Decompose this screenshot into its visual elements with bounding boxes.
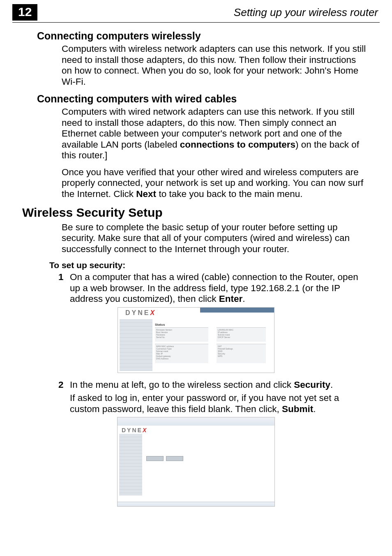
content-area: Status Firmware VersionBoot VersionHardw… xyxy=(155,320,272,370)
info-text: Firmware VersionBoot VersionHardwareSeri… xyxy=(155,328,208,339)
step-body: In the menu at left, go to the wireless … xyxy=(70,380,367,391)
info-block: Firmware VersionBoot VersionHardwareSeri… xyxy=(155,327,208,342)
info-block: NATFirewall SettingsSSIDSecurityWPS xyxy=(217,344,266,363)
text: . xyxy=(330,380,333,390)
bold-text-enter: Enter xyxy=(219,294,243,304)
info-block: WAN MAC addressConnection TypeSubnet mas… xyxy=(155,344,208,363)
text: In the menu at left, go to the wireless … xyxy=(70,380,294,390)
screenshot-router-login-page: DYNEX xyxy=(117,417,275,507)
dynex-logo: DYNEX xyxy=(125,309,156,317)
step-number: 2 xyxy=(58,380,70,391)
step-2: 2 In the menu at left, go to the wireles… xyxy=(58,380,367,391)
text: . xyxy=(242,294,245,304)
text: On a computer that has a wired (cable) c… xyxy=(70,272,358,304)
step-body: On a computer that has a wired (cable) c… xyxy=(70,272,367,305)
bold-text-connections: connections to computers xyxy=(180,139,295,150)
step-2-continued: If asked to log in, enter your password … xyxy=(70,393,367,415)
logo-text: DYNE xyxy=(122,427,143,433)
bold-text-security: Security xyxy=(294,380,330,390)
dynex-logo: DYNEX xyxy=(122,427,148,433)
button-row xyxy=(146,455,184,463)
paragraph-wired-1: Computers with wired network adapters ca… xyxy=(62,107,367,161)
text: . xyxy=(313,404,316,414)
screenshot-router-status-page: DYNEX Status Firmware VersionBoot Versio… xyxy=(118,307,274,373)
heading-connecting-wirelessly: Connecting computers wirelessly xyxy=(37,30,380,42)
sidebar-nav xyxy=(119,434,142,496)
text: to take you back to the main menu. xyxy=(156,189,302,199)
page-header: 12 Setting up your wireless router xyxy=(12,4,380,23)
button xyxy=(146,456,164,461)
browser-chrome xyxy=(118,417,274,426)
paragraph-wireless: Computers with wireless network adapters… xyxy=(62,44,367,87)
logo-text: DYNE xyxy=(125,309,150,316)
info-block: LAN/WLAN MACIP addressSubnet maskDHCP Se… xyxy=(217,327,266,342)
heading-connecting-wired: Connecting computers with wired cables xyxy=(37,93,380,105)
browser-status-bar xyxy=(118,502,274,506)
step-number: 1 xyxy=(58,272,70,305)
top-bar xyxy=(200,308,274,313)
sidebar-nav xyxy=(120,319,152,371)
page-number: 12 xyxy=(12,4,37,21)
info-text: NATFirewall SettingsSSIDSecurityWPS xyxy=(217,344,266,358)
page-body: DYNEX xyxy=(118,426,274,502)
info-text: LAN/WLAN MACIP addressSubnet maskDHCP Se… xyxy=(217,328,266,339)
logo-x: X xyxy=(143,427,148,433)
logo-x: X xyxy=(150,309,156,316)
paragraph-security-intro: Be sure to complete the basic setup of y… xyxy=(62,222,367,255)
paragraph-wired-2: Once you have verified that your other w… xyxy=(62,167,367,200)
status-heading: Status xyxy=(155,323,165,327)
info-text: WAN MAC addressConnection TypeSubnet mas… xyxy=(155,344,208,361)
bold-text-next: Next xyxy=(136,189,156,199)
button xyxy=(166,456,183,461)
heading-wireless-security-setup: Wireless Security Setup xyxy=(22,206,380,220)
bold-text-submit: Submit xyxy=(282,404,313,414)
step-1: 1 On a computer that has a wired (cable)… xyxy=(58,272,367,305)
running-title: Setting up your wireless router xyxy=(37,6,380,19)
subhead-to-set-up-security: To set up security: xyxy=(49,260,380,270)
